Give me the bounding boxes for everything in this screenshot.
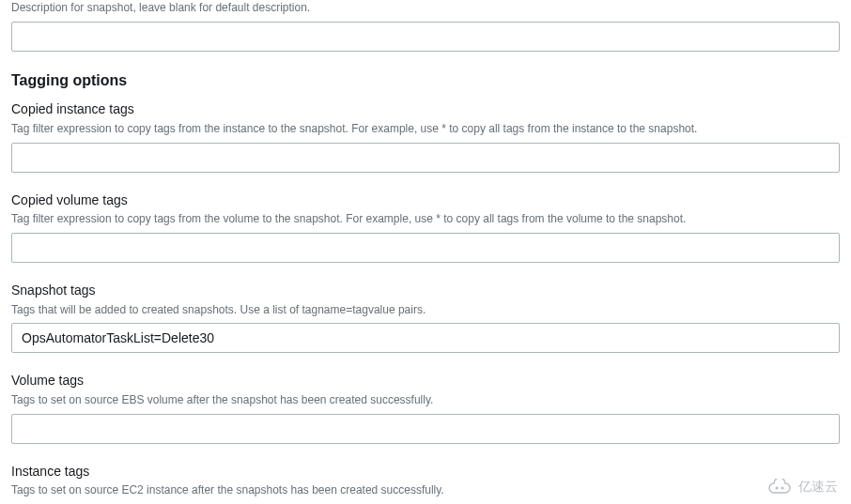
copied-volume-tags-label: Copied volume tags <box>11 191 840 210</box>
copied-volume-tags-input[interactable] <box>11 233 840 263</box>
copied-volume-tags-group: Copied volume tags Tag filter expression… <box>11 191 840 263</box>
description-input[interactable] <box>11 22 840 52</box>
copied-instance-tags-group: Copied instance tags Tag filter expressi… <box>11 100 840 172</box>
instance-tags-group: Instance tags Tags to set on source EC2 … <box>11 463 840 504</box>
volume-tags-group: Volume tags Tags to set on source EBS vo… <box>11 372 840 443</box>
tagging-options-heading: Tagging options <box>11 70 840 91</box>
description-help: Description for snapshot, leave blank fo… <box>11 0 840 16</box>
copied-volume-tags-help: Tag filter expression to copy tags from … <box>11 211 840 227</box>
volume-tags-label: Volume tags <box>11 372 840 390</box>
volume-tags-help: Tags to set on source EBS volume after t… <box>11 392 840 408</box>
copied-instance-tags-help: Tag filter expression to copy tags from … <box>11 121 840 137</box>
snapshot-tags-help: Tags that will be added to created snaps… <box>11 302 840 318</box>
copied-instance-tags-label: Copied instance tags <box>11 100 840 119</box>
snapshot-tags-label: Snapshot tags <box>11 282 840 300</box>
instance-tags-label: Instance tags <box>11 463 840 481</box>
copied-instance-tags-input[interactable] <box>11 143 840 173</box>
snapshot-tags-input[interactable] <box>11 323 840 353</box>
snapshot-tags-group: Snapshot tags Tags that will be added to… <box>11 282 840 353</box>
description-field-group: Description for snapshot, leave blank fo… <box>11 0 840 52</box>
volume-tags-input[interactable] <box>11 414 840 444</box>
instance-tags-help: Tags to set on source EC2 instance after… <box>11 482 840 498</box>
